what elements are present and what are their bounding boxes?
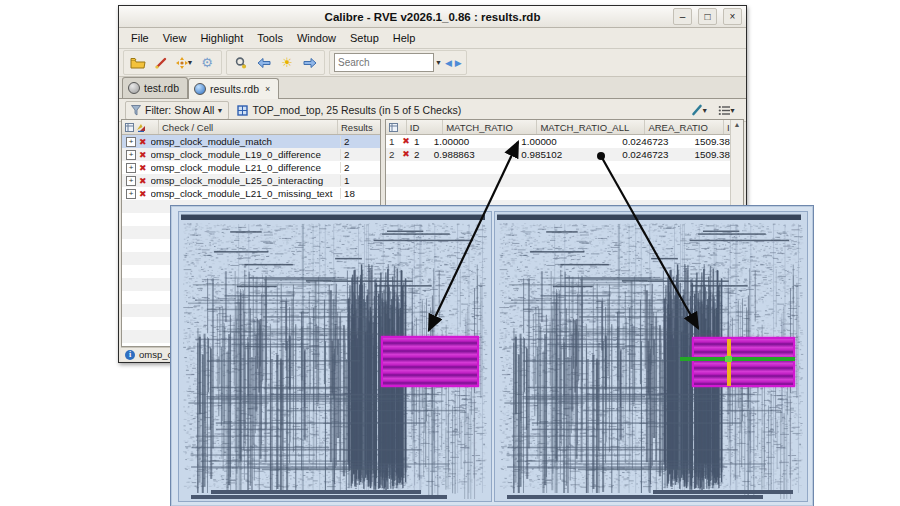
match-highlight-region[interactable]	[692, 337, 795, 387]
fail-x-icon: ✖	[402, 136, 410, 147]
window-title: Calibre - RVE v2026.1_0.86 : results.rdb	[119, 11, 746, 23]
info-icon: i	[125, 350, 135, 360]
highlight-pen-icon	[154, 56, 168, 70]
expand-icon[interactable]: +	[126, 189, 136, 199]
fail-x-icon: ✖	[139, 176, 147, 186]
open-folder-button[interactable]	[128, 53, 148, 72]
dropdown-caret: ▼	[187, 59, 194, 66]
fail-x-icon: ✖	[139, 137, 147, 147]
check-result-count: 2	[340, 149, 380, 160]
result-row[interactable]: 1 ✖1 1.00000 1.00000 0.0246723 1509.38	[386, 135, 730, 148]
search-next-icon[interactable]: ▶	[455, 58, 462, 68]
check-result-count: 2	[340, 136, 380, 147]
area-ratio-value: 0.0246723	[619, 136, 691, 147]
funnel-icon	[131, 105, 141, 116]
arrow-right-icon	[303, 57, 317, 69]
tree-header-icons[interactable]	[122, 120, 159, 134]
next-result-button[interactable]	[300, 53, 320, 72]
maximize-button[interactable]: □	[698, 8, 717, 25]
tab-close-icon[interactable]: ×	[265, 84, 270, 94]
highlight-pen-button[interactable]	[151, 53, 171, 72]
match-ratio-all-value: 1.00000	[518, 136, 619, 147]
check-name: omsp_clock_module_match	[151, 136, 340, 147]
menu-window[interactable]: Window	[291, 30, 342, 46]
layout-bottom-rail	[191, 495, 447, 499]
row-number: 1	[386, 136, 402, 147]
check-name: omsp_clock_module_L21_0_missing_text	[151, 188, 340, 199]
green-marker-line	[680, 357, 795, 361]
col-id[interactable]: ID	[407, 120, 443, 134]
zoom-settings-button[interactable]	[231, 53, 251, 72]
menu-file[interactable]: File	[125, 30, 155, 46]
check-row[interactable]: +✖ omsp_clock_module_L21_0_missing_text …	[122, 187, 380, 200]
tab-test-rdb[interactable]: test.rdb	[122, 77, 188, 98]
search-dropdown-caret[interactable]: ▼	[435, 59, 442, 66]
database-icon	[128, 82, 140, 94]
filter-label: Filter: Show All	[145, 104, 214, 116]
menu-tools[interactable]: Tools	[251, 30, 289, 46]
layout-bottom-rail	[653, 490, 793, 494]
layout-view-right[interactable]	[494, 211, 808, 502]
zoom-highlight-button[interactable]: ▼	[174, 53, 194, 72]
search-input[interactable]	[334, 53, 434, 72]
close-button[interactable]: ×	[723, 8, 742, 25]
col-match-ratio[interactable]: MATCH_RATIO	[443, 120, 537, 134]
layout-view-left[interactable]	[178, 211, 492, 502]
match-highlight-region[interactable]	[381, 336, 479, 387]
layout-bottom-rail	[211, 490, 421, 494]
marker-cross-point	[725, 356, 732, 362]
view-options-menu[interactable]: ▼	[718, 105, 736, 116]
prev-result-button[interactable]	[254, 53, 274, 72]
check-row[interactable]: +✖ omsp_clock_module_match 2	[122, 135, 380, 148]
menu-setup[interactable]: Setup	[344, 30, 385, 46]
match-ratio-value: 1.00000	[431, 136, 519, 147]
fail-x-icon: ✖	[139, 163, 147, 173]
tab-label: test.rdb	[144, 82, 179, 94]
check-row[interactable]: +✖ omsp_clock_module_L21_0_difference 2	[122, 161, 380, 174]
search-prev-icon[interactable]: ◀	[445, 58, 452, 68]
expand-icon[interactable]: +	[126, 176, 136, 186]
tab-label: results.rdb	[210, 83, 259, 95]
layout-top-rail	[497, 214, 801, 220]
layout-top-rail	[181, 214, 485, 220]
layout-bottom-rail	[507, 495, 763, 499]
menu-view[interactable]: View	[157, 30, 193, 46]
sun-icon: ☀	[281, 55, 293, 70]
col-area-ratio[interactable]: AREA_RATIO	[645, 120, 724, 134]
check-name: omsp_clock_module_L21_0_difference	[151, 162, 340, 173]
result-id: 2	[414, 149, 419, 160]
title-bar[interactable]: Calibre - RVE v2026.1_0.86 : results.rdb…	[119, 6, 746, 28]
col-results[interactable]: Results	[338, 120, 380, 134]
match-ratio-value: 0.988863	[431, 149, 519, 160]
folder-icon	[130, 57, 146, 69]
expand-icon[interactable]: +	[126, 163, 136, 173]
col-check-cell[interactable]: Check / Cell	[159, 120, 338, 134]
ip-ar-value: 1509.38	[692, 136, 730, 147]
check-row[interactable]: +✖ omsp_clock_module_L19_0_difference 2	[122, 148, 380, 161]
minimize-button[interactable]: –	[673, 8, 692, 25]
row-number: 2	[386, 149, 402, 160]
tab-results-rdb[interactable]: results.rdb ×	[188, 78, 279, 99]
result-row[interactable]: 2 ✖2 0.988863 0.985102 0.0246723 1509.38	[386, 148, 730, 161]
col-match-ratio-all[interactable]: MATCH_RATIO_ALL	[537, 120, 645, 134]
highlight-pen-menu[interactable]: ▼	[691, 104, 708, 116]
menu-help[interactable]: Help	[387, 30, 422, 46]
table-corner-icon-cell[interactable]	[386, 120, 407, 134]
scroll-up-icon[interactable]: ▲	[734, 121, 741, 128]
magnifier-gear-icon	[234, 56, 248, 70]
filter-button[interactable]: Filter: Show All ▼	[125, 101, 229, 120]
settings-gear-button[interactable]: ⚙	[197, 53, 217, 72]
menu-highlight[interactable]: Highlight	[194, 30, 249, 46]
expand-icon[interactable]: +	[126, 150, 136, 160]
match-ratio-all-value: 0.985102	[518, 149, 619, 160]
highlight-all-button[interactable]: ☀	[277, 53, 297, 72]
expand-icon[interactable]: +	[126, 137, 136, 147]
check-row[interactable]: +✖ omsp_clock_module_L25_0_interacting 1	[122, 174, 380, 187]
yellow-marker-line	[727, 339, 731, 386]
cell-cube-icon	[237, 105, 248, 116]
area-ratio-value: 0.0246723	[619, 149, 691, 160]
gear-icon: ⚙	[201, 55, 213, 70]
ip-ar-value: 1509.38	[692, 149, 730, 160]
check-result-count: 2	[340, 162, 380, 173]
database-icon	[194, 83, 206, 95]
